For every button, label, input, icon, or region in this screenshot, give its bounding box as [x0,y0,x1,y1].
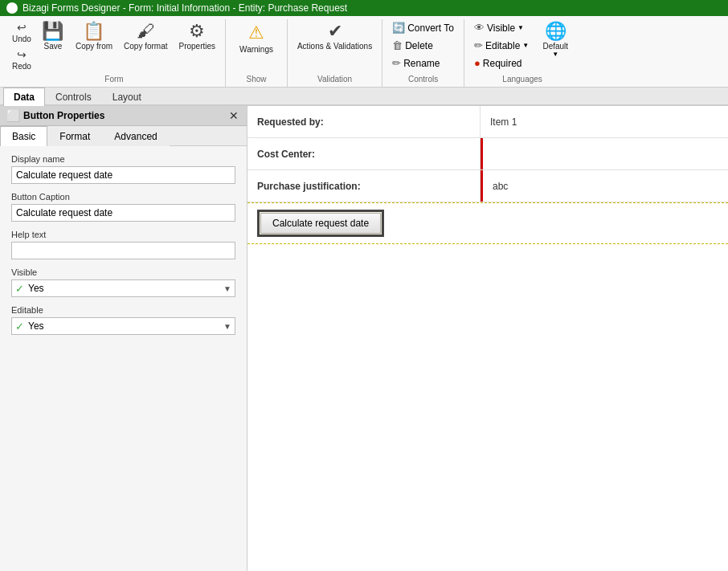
required-label: Required [483,58,522,69]
undo-label: Undo [12,35,31,43]
ribbon-group-validation: ✔ Actions & Validations Validation [288,19,382,87]
show-buttons: ⚠ Warnings [231,19,282,73]
visible-select-wrapper: ✓ Yes No ▼ [11,279,235,297]
form-buttons: ↩ Undo ↪ Redo 💾 Save 📋 Copy from [8,19,220,73]
languages-group-label: Languages [502,75,542,85]
button-caption-field: Button Caption [11,192,235,222]
panel-tab-advanced[interactable]: Advanced [102,126,169,146]
controls-buttons: 🔄 Convert To 🗑 Delete ✏ Rename [387,19,459,73]
editable-select[interactable]: Yes No [11,317,235,335]
ribbon-group-show: ⚠ Warnings Show [226,19,288,87]
languages-buttons: 👁 Visible ▼ ✏ Editable ▼ ● Required [469,19,575,73]
display-name-label: Display name [11,154,235,164]
actions-validations-icon: ✔ [328,22,342,40]
main-tab-bar: Data Controls Layout [0,88,728,106]
copy-format-label: Copy format [124,42,167,51]
display-name-field: Display name [11,154,235,184]
controls-group-label: Controls [408,75,438,85]
ribbon-content: ↩ Undo ↪ Redo 💾 Save 📋 Copy from [0,16,728,87]
redo-icon: ↪ [17,49,27,60]
show-group-label: Show [247,75,267,85]
rename-label: Rename [403,58,440,69]
copy-from-button[interactable]: 📋 Copy from [71,19,117,54]
visible-select[interactable]: Yes No [11,279,235,297]
visible-dropdown-icon: ▼ [517,24,524,31]
ribbon: ↩ Undo ↪ Redo 💾 Save 📋 Copy from [0,16,728,88]
panel-tab-format[interactable]: Format [47,126,102,146]
main-layout: ⬜ Button Properties ✕ Basic Format Advan… [0,106,728,571]
visible-icon: 👁 [474,22,485,34]
delete-icon: 🗑 [392,39,403,51]
convert-to-icon: 🔄 [392,22,405,34]
warnings-icon: ⚠ [248,22,264,43]
title-bar: Bizagi Forms Designer - Form: Initial In… [0,0,728,16]
rename-icon: ✏ [392,57,401,69]
validation-buttons: ✔ Actions & Validations [292,19,377,73]
visible-field-label: Visible [11,267,235,277]
editable-check-icon: ✓ [15,320,24,332]
properties-label: Properties [179,42,216,51]
convert-to-label: Convert To [407,22,454,34]
properties-icon: ⚙ [189,22,205,40]
ribbon-group-controls: 🔄 Convert To 🗑 Delete ✏ Rename Controls [382,19,464,87]
delete-label: Delete [405,40,433,51]
rename-button[interactable]: ✏ Rename [387,55,459,71]
button-caption-input[interactable] [11,204,235,222]
save-button[interactable]: 💾 Save [37,19,69,54]
title-bar-text: Bizagi Forms Designer - Form: Initial In… [22,2,347,14]
convert-to-button[interactable]: 🔄 Convert To [387,19,459,36]
save-icon: 💾 [42,22,63,40]
editable-select-wrapper: ✓ Yes No ▼ [11,317,235,335]
purchase-justification-value: abc [481,170,728,202]
form-group-label: Form [104,75,123,85]
warnings-button[interactable]: ⚠ Warnings [231,19,282,57]
required-button[interactable]: ● Required [469,55,534,71]
purchase-justification-label: Purchase justification: [247,170,481,202]
visible-button[interactable]: 👁 Visible ▼ [469,19,534,36]
redo-button[interactable]: ↪ Redo [8,47,35,73]
undo-button[interactable]: ↩ Undo [8,19,35,46]
panel-header-icon: ⬜ [6,109,20,122]
panel-header: ⬜ Button Properties ✕ [0,106,247,126]
cost-center-row: Cost Center: [247,138,728,170]
default-button[interactable]: 🌐 Default ▼ [535,19,575,61]
selected-button-wrapper: Calculate request date [257,210,384,237]
tab-data[interactable]: Data [3,88,45,106]
app-icon [6,2,18,14]
required-icon: ● [474,57,481,69]
ribbon-group-form: ↩ Undo ↪ Redo 💾 Save 📋 Copy from [3,19,226,87]
editable-field: Editable ✓ Yes No ▼ [11,305,235,335]
actions-validations-button[interactable]: ✔ Actions & Validations [292,19,377,54]
tab-layout[interactable]: Layout [102,88,152,106]
validation-group-label: Validation [317,75,352,85]
help-text-input[interactable] [11,242,235,259]
controls-small-group: 🔄 Convert To 🗑 Delete ✏ Rename [387,19,459,71]
form-button-row: Calculate request date [247,202,728,244]
editable-button[interactable]: ✏ Editable ▼ [469,37,534,54]
tab-controls[interactable]: Controls [45,88,102,106]
button-caption-label: Button Caption [11,192,235,202]
warnings-label: Warnings [239,45,273,54]
calculate-request-date-button[interactable]: Calculate request date [260,213,381,234]
properties-button[interactable]: ⚙ Properties [174,19,221,54]
ribbon-group-languages: 👁 Visible ▼ ✏ Editable ▼ ● Required [464,19,580,87]
requested-by-value: Item 1 [481,106,728,137]
delete-button[interactable]: 🗑 Delete [387,37,459,54]
visible-label: Visible [487,22,515,34]
panel-tab-basic[interactable]: Basic [0,126,47,146]
display-name-input[interactable] [11,166,235,184]
visible-check-icon: ✓ [15,283,24,295]
editable-dropdown-icon: ▼ [522,42,529,49]
default-icon: 🌐 [545,22,566,40]
requested-by-row: Requested by: Item 1 [247,106,728,138]
editable-label: Editable [485,40,520,51]
panel-title-text: Button Properties [23,110,104,121]
copy-format-icon: 🖌 [137,22,154,40]
redo-label: Redo [12,62,31,71]
editable-field-label: Editable [11,305,235,315]
panel-close-button[interactable]: ✕ [227,109,240,122]
copy-from-icon: 📋 [83,22,104,40]
languages-small-group: 👁 Visible ▼ ✏ Editable ▼ ● Required [469,19,534,71]
help-text-label: Help text [11,230,235,239]
copy-format-button[interactable]: 🖌 Copy format [119,19,172,54]
